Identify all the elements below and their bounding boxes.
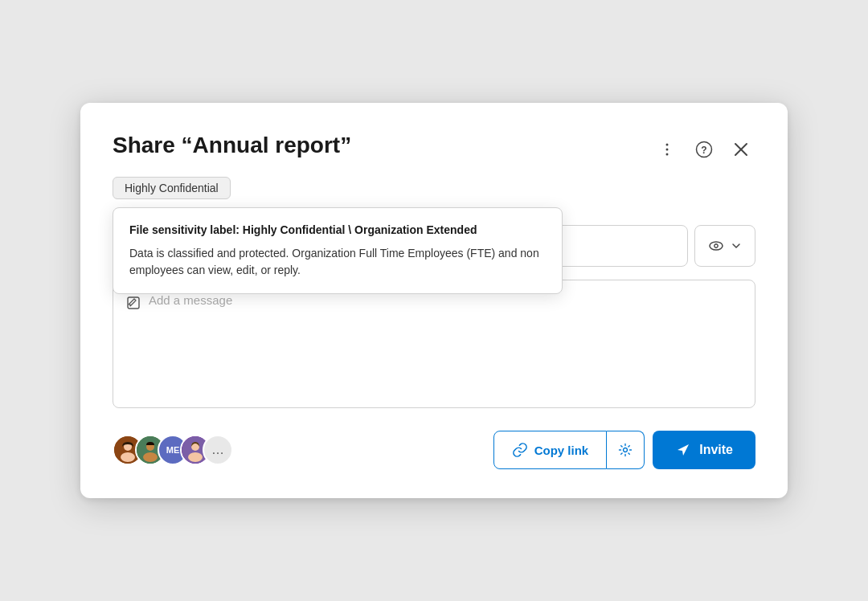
share-input-row: Add a name, group, or email [113, 225, 755, 267]
dialog-action-buttons: ? [653, 135, 755, 164]
permission-selector[interactable] [694, 225, 755, 267]
more-icon [659, 141, 675, 157]
chevron-down-icon [731, 240, 742, 251]
share-input[interactable]: Add a name, group, or email [113, 225, 688, 267]
sensitivity-badge[interactable]: Highly Confidential [113, 177, 231, 199]
invite-button[interactable]: Invite [653, 431, 755, 469]
copy-link-button[interactable]: Copy link [493, 431, 608, 469]
dialog-title: Share “Annual report” [113, 132, 351, 159]
svg-point-1 [666, 149, 669, 151]
message-input[interactable]: Add a message [113, 280, 755, 408]
settings-icon [618, 443, 633, 457]
link-icon [512, 442, 528, 458]
svg-point-20 [188, 452, 203, 462]
svg-point-10 [714, 244, 718, 247]
svg-point-14 [121, 452, 135, 462]
more-users-icon: … [211, 443, 224, 457]
eye-icon [708, 238, 724, 254]
invite-label: Invite [699, 443, 733, 457]
copy-link-label: Copy link [534, 444, 589, 457]
close-button[interactable] [727, 135, 755, 164]
help-button[interactable]: ? [690, 135, 719, 164]
share-dialog: Share “Annual report” ? [80, 103, 788, 498]
svg-point-17 [143, 452, 158, 462]
more-options-button[interactable] [653, 135, 682, 164]
svg-point-9 [710, 242, 723, 250]
edit-icon [126, 294, 141, 311]
svg-text:?: ? [701, 145, 706, 156]
share-input-placeholder: Add a name, group, or email [149, 239, 301, 253]
svg-point-2 [666, 153, 669, 156]
close-icon [733, 141, 749, 157]
svg-point-21 [624, 448, 628, 452]
send-icon [675, 442, 691, 458]
dialog-header: Share “Annual report” ? [113, 132, 755, 164]
svg-point-0 [666, 144, 669, 146]
people-icon [126, 239, 141, 253]
svg-point-8 [135, 241, 139, 245]
shared-users-avatars: ME … [113, 435, 233, 465]
help-icon: ? [695, 141, 713, 158]
footer-action-buttons: Copy link Invite [493, 431, 755, 469]
svg-point-7 [129, 241, 134, 246]
message-placeholder: Add a message [149, 293, 232, 307]
more-users-button[interactable]: … [203, 435, 233, 465]
link-settings-button[interactable] [607, 431, 645, 469]
dialog-footer: ME … Copy link [113, 431, 755, 469]
